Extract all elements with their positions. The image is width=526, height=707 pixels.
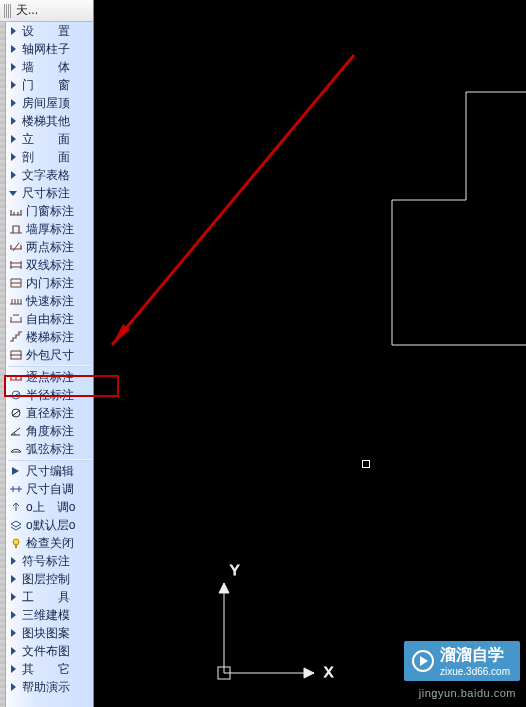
cat-tools[interactable]: 工 具 [6,588,93,606]
svg-text:Y: Y [230,562,240,578]
arrow-right-icon [8,463,24,479]
dim-double-line[interactable]: 双线标注 [6,256,93,274]
arrow-right-icon [8,628,18,638]
arrow-right-icon [8,592,18,602]
arrow-right-icon [8,62,18,72]
svg-rect-4 [15,545,17,548]
bulb-icon [8,535,24,551]
arrow-right-icon [8,80,18,90]
brand-watermark: 溜溜自学 zixue.3d66.com [404,641,520,681]
cat-axis-column[interactable]: 轴网柱子 [6,40,93,58]
arrow-right-icon [8,556,18,566]
dim-icon [8,423,24,439]
dim-radius[interactable]: 半径标注 [6,386,93,404]
source-watermark: jingyun.baidu.com [419,687,516,699]
dim-icon [8,347,24,363]
cat-block-pattern[interactable]: 图块图案 [6,624,93,642]
panel-header[interactable]: 天... [0,0,93,22]
palette-items: 设 置 轴网柱子 墙 体 门 窗 房间屋顶 楼梯其他 立 面 剖 面 文字表格 … [6,22,93,707]
cat-symbol[interactable]: 符号标注 [6,552,93,570]
cat-wall[interactable]: 墙 体 [6,58,93,76]
svg-point-3 [13,539,19,545]
cat-section[interactable]: 剖 面 [6,148,93,166]
svg-marker-9 [219,583,229,593]
dim-door-window[interactable]: 门窗标注 [6,202,93,220]
play-icon [412,650,434,672]
dim-inner-door[interactable]: 内门标注 [6,274,93,292]
grip-icon [4,4,12,18]
dim-icon [8,329,24,345]
dim-diameter[interactable]: 直径标注 [6,404,93,422]
arrow-down-icon [8,188,18,198]
cat-stair-other[interactable]: 楼梯其他 [6,112,93,130]
adjust-icon [8,481,24,497]
pick-box [362,460,370,468]
dim-default-layer[interactable]: o默认层o [6,516,93,534]
dim-auto-adjust[interactable]: 尺寸自调 [6,480,93,498]
dim-icon [8,221,24,237]
cat-settings[interactable]: 设 置 [6,22,93,40]
arrow-right-icon [8,44,18,54]
dim-angle[interactable]: 角度标注 [6,422,93,440]
svg-marker-6 [304,668,314,678]
dim-icon [8,275,24,291]
dim-arc-chord[interactable]: 弧弦标注 [6,440,93,458]
arrow-right-icon [8,170,18,180]
arrow-right-icon [8,682,18,692]
drawing-canvas[interactable]: X Y 溜溜自学 zixue.3d66.com jingyun.baidu.co… [94,0,526,707]
dim-icon [8,311,24,327]
dim-icon [8,239,24,255]
separator [8,459,91,461]
arrow-right-icon [8,574,18,584]
tool-palette: 天... 设 置 轴网柱子 墙 体 门 窗 房间屋顶 楼梯其他 立 面 剖 面 … [0,0,94,707]
dim-icon [8,293,24,309]
cat-elevation[interactable]: 立 面 [6,130,93,148]
dim-icon [8,369,24,385]
cat-room-roof[interactable]: 房间屋顶 [6,94,93,112]
cat-3d-model[interactable]: 三维建模 [6,606,93,624]
dim-icon [8,441,24,457]
arrow-right-icon [8,116,18,126]
dim-icon [8,387,24,403]
app-root: 天... 设 置 轴网柱子 墙 体 门 窗 房间屋顶 楼梯其他 立 面 剖 面 … [0,0,526,707]
up-icon [8,499,24,515]
dim-free[interactable]: 自由标注 [6,310,93,328]
ucs-axis-icon: X Y [204,553,334,693]
dim-icon [8,203,24,219]
brand-name: 溜溜自学 [440,645,510,666]
separator [8,365,91,367]
dim-stair[interactable]: 楼梯标注 [6,328,93,346]
dim-bounding[interactable]: 外包尺寸 [6,346,93,364]
arrow-right-icon [8,664,18,674]
arrow-right-icon [8,98,18,108]
cat-dimension[interactable]: 尺寸标注 [6,184,93,202]
arrow-right-icon [8,134,18,144]
brand-url: zixue.3d66.com [440,666,510,677]
cat-help-demo[interactable]: 帮助演示 [6,678,93,696]
cat-layer-control[interactable]: 图层控制 [6,570,93,588]
dim-check-close[interactable]: 检查关闭 [6,534,93,552]
cat-file-layout[interactable]: 文件布图 [6,642,93,660]
dim-quick[interactable]: 快速标注 [6,292,93,310]
svg-text:X: X [324,664,334,680]
arrow-right-icon [8,610,18,620]
arrow-right-icon [8,646,18,656]
dim-icon [8,405,24,421]
arrow-right-icon [8,26,18,36]
panel-title: 天... [16,2,38,19]
cat-other[interactable]: 其 它 [6,660,93,678]
cat-text-table[interactable]: 文字表格 [6,166,93,184]
layer-icon [8,517,24,533]
dim-edit[interactable]: 尺寸编辑 [6,462,93,480]
dim-wall-thickness[interactable]: 墙厚标注 [6,220,93,238]
arrow-right-icon [8,152,18,162]
dim-two-point[interactable]: 两点标注 [6,238,93,256]
dim-point-by-point[interactable]: 逐点标注 [6,368,93,386]
dim-shift-up[interactable]: o上 调o [6,498,93,516]
dim-icon [8,257,24,273]
cat-door-window[interactable]: 门 窗 [6,76,93,94]
